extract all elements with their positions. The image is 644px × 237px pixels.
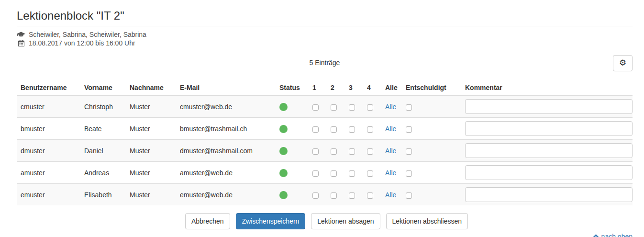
lesson-4-checkbox[interactable] bbox=[367, 192, 373, 199]
status-indicator bbox=[279, 103, 288, 111]
header-lesson-2: 2 bbox=[327, 80, 345, 96]
table-header-row: Benutzername Vorname Nachname E-Mail Sta… bbox=[17, 80, 633, 96]
chevron-up-icon bbox=[593, 234, 599, 237]
cell-benutzername: cmuster bbox=[17, 96, 80, 118]
header-lesson-1: 1 bbox=[309, 80, 327, 96]
header-alle: Alle bbox=[381, 80, 402, 96]
lektionen-abschliessen-button[interactable]: Lektionen abschliessen bbox=[386, 213, 468, 229]
alle-link[interactable]: Alle bbox=[385, 191, 396, 199]
header-vorname: Vorname bbox=[80, 80, 126, 96]
cell-benutzername: bmuster bbox=[17, 118, 80, 140]
lesson-1-checkbox[interactable] bbox=[312, 126, 319, 133]
back-to-top-link[interactable]: nach oben bbox=[593, 233, 633, 237]
cell-vorname: Christoph bbox=[80, 96, 126, 118]
lesson-1-checkbox[interactable] bbox=[312, 170, 319, 177]
kommentar-input[interactable] bbox=[465, 121, 633, 136]
lesson-4-checkbox[interactable] bbox=[367, 104, 373, 111]
graduation-cap-icon bbox=[17, 32, 25, 38]
entries-count: 5 Einträge bbox=[17, 59, 633, 67]
status-indicator bbox=[279, 169, 288, 177]
header-status: Status bbox=[276, 80, 309, 96]
lesson-1-checkbox[interactable] bbox=[312, 192, 319, 199]
lesson-2-checkbox[interactable] bbox=[331, 170, 337, 177]
table-row: cmuster Christoph Muster cmuster@web.de … bbox=[17, 96, 633, 118]
lesson-4-checkbox[interactable] bbox=[367, 126, 373, 133]
alle-link[interactable]: Alle bbox=[385, 125, 396, 133]
abbrechen-button[interactable]: Abbrechen bbox=[185, 213, 230, 229]
title-divider bbox=[17, 26, 633, 26]
entschuldigt-checkbox[interactable] bbox=[406, 126, 412, 133]
zwischenspeichern-button[interactable]: Zwischenspeichern bbox=[236, 213, 306, 229]
kommentar-input[interactable] bbox=[465, 99, 633, 114]
student-table: Benutzername Vorname Nachname E-Mail Sta… bbox=[17, 80, 633, 205]
cell-email: bmuster@trashmail.ch bbox=[176, 118, 276, 140]
cell-email: amuster@web.de bbox=[176, 162, 276, 184]
header-nachname: Nachname bbox=[126, 80, 176, 96]
cell-vorname: Beate bbox=[80, 118, 126, 140]
cell-email: dmuster@trashmail.com bbox=[176, 140, 276, 162]
table-row: bmuster Beate Muster bmuster@trashmail.c… bbox=[17, 118, 633, 140]
entschuldigt-checkbox[interactable] bbox=[406, 148, 412, 155]
toolbar: 5 Einträge ⚙ bbox=[17, 55, 633, 71]
table-row: dmuster Daniel Muster dmuster@trashmail.… bbox=[17, 140, 633, 162]
alle-link[interactable]: Alle bbox=[385, 147, 396, 155]
entschuldigt-checkbox[interactable] bbox=[406, 104, 412, 111]
entschuldigt-checkbox[interactable] bbox=[406, 192, 412, 199]
lesson-3-checkbox[interactable] bbox=[349, 170, 355, 177]
lektionen-absagen-button[interactable]: Lektionen absagen bbox=[311, 213, 380, 229]
cell-vorname: Daniel bbox=[80, 140, 126, 162]
header-email: E-Mail bbox=[176, 80, 276, 96]
lesson-3-checkbox[interactable] bbox=[349, 104, 355, 111]
alle-link[interactable]: Alle bbox=[385, 103, 396, 111]
lesson-4-checkbox[interactable] bbox=[367, 170, 373, 177]
action-bar: Abbrechen Zwischenspeichern Lektionen ab… bbox=[17, 213, 636, 229]
instructor-names: Scheiwiler, Sabrina, Scheiwiler, Sabrina bbox=[29, 30, 146, 39]
table-row: emuster Elisabeth Muster emuster@web.de … bbox=[17, 184, 633, 206]
status-indicator bbox=[279, 125, 288, 133]
back-to-top-label: nach oben bbox=[601, 233, 633, 237]
cell-nachname: Muster bbox=[126, 184, 176, 206]
lesson-2-checkbox[interactable] bbox=[331, 192, 337, 199]
lesson-1-checkbox[interactable] bbox=[312, 148, 319, 155]
lesson-3-checkbox[interactable] bbox=[349, 126, 355, 133]
header-lesson-4: 4 bbox=[363, 80, 381, 96]
back-to-top: nach oben bbox=[17, 232, 633, 237]
table-row: amuster Andreas Muster amuster@web.de Al… bbox=[17, 162, 633, 184]
cell-vorname: Andreas bbox=[80, 162, 126, 184]
lesson-2-checkbox[interactable] bbox=[331, 126, 337, 133]
cell-benutzername: emuster bbox=[17, 184, 80, 206]
header-entschuldigt: Entschuldigt bbox=[402, 80, 461, 96]
cell-nachname: Muster bbox=[126, 162, 176, 184]
entschuldigt-checkbox[interactable] bbox=[406, 170, 412, 177]
cell-email: cmuster@web.de bbox=[176, 96, 276, 118]
header-kommentar: Kommentar bbox=[461, 80, 633, 96]
page-container: Lektionenblock "IT 2" Scheiwiler, Sabrin… bbox=[0, 10, 644, 237]
calendar-icon bbox=[17, 40, 25, 46]
cell-benutzername: amuster bbox=[17, 162, 80, 184]
header-benutzername: Benutzername bbox=[17, 80, 80, 96]
lesson-3-checkbox[interactable] bbox=[349, 192, 355, 199]
status-indicator bbox=[279, 191, 288, 199]
status-indicator bbox=[279, 147, 288, 155]
lesson-2-checkbox[interactable] bbox=[331, 104, 337, 111]
alle-link[interactable]: Alle bbox=[385, 169, 396, 177]
cell-benutzername: dmuster bbox=[17, 140, 80, 162]
cell-email: emuster@web.de bbox=[176, 184, 276, 206]
kommentar-input[interactable] bbox=[465, 187, 633, 202]
page-title: Lektionenblock "IT 2" bbox=[17, 10, 636, 22]
schedule-text: 18.08.2017 von 12:00 bis 16:00 Uhr bbox=[29, 39, 135, 47]
schedule-line: 18.08.2017 von 12:00 bis 16:00 Uhr bbox=[17, 39, 636, 47]
lesson-3-checkbox[interactable] bbox=[349, 148, 355, 155]
cell-nachname: Muster bbox=[126, 140, 176, 162]
lesson-4-checkbox[interactable] bbox=[367, 148, 373, 155]
lesson-2-checkbox[interactable] bbox=[331, 148, 337, 155]
kommentar-input[interactable] bbox=[465, 143, 633, 158]
cell-nachname: Muster bbox=[126, 118, 176, 140]
kommentar-input[interactable] bbox=[465, 165, 633, 180]
instructor-line: Scheiwiler, Sabrina, Scheiwiler, Sabrina bbox=[17, 30, 636, 39]
gear-icon[interactable]: ⚙ bbox=[613, 55, 633, 71]
lesson-1-checkbox[interactable] bbox=[312, 104, 319, 111]
cell-nachname: Muster bbox=[126, 96, 176, 118]
cell-vorname: Elisabeth bbox=[80, 184, 126, 206]
header-lesson-3: 3 bbox=[345, 80, 363, 96]
